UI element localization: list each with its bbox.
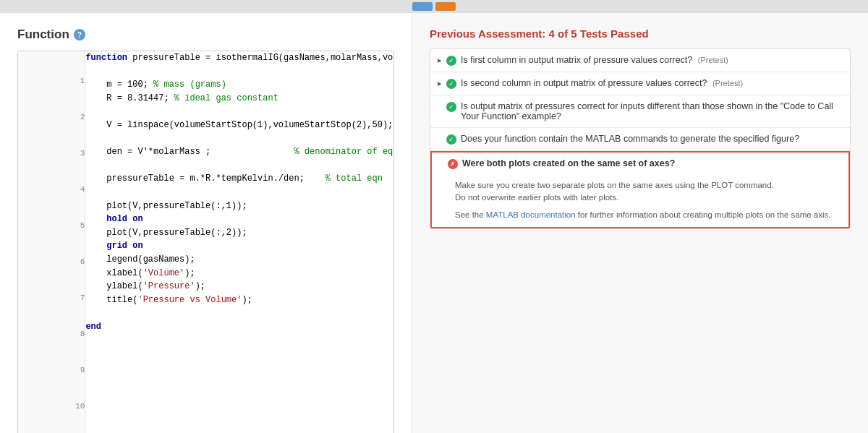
fail-detail-5: Make sure you create two separate plots … [432,175,848,227]
fail-detail-line-3: See the MATLAB documentation for further… [455,209,841,221]
test-text-5: Were both plots created on the same set … [462,158,841,168]
chevron-icon-1[interactable]: ▸ [438,56,442,65]
fail-detail-line-1: Make sure you create two separate plots … [455,179,841,192]
function-help-icon[interactable]: ? [74,29,85,40]
left-panel: Function ? 1 2 3 4 5 6 7 8 [0,13,412,433]
test-item-5: ▸ ✗ Were both plots created on the same … [432,153,848,175]
status-pass-1: ✓ [446,56,456,66]
top-button-blue[interactable] [412,2,433,11]
test-item-4: ▸ ✓ Does your function contain the MATLA… [430,128,850,151]
test-list: ▸ ✓ Is first column in output matrix of … [430,48,851,229]
status-pass-2: ✓ [446,79,456,89]
function-title: Function [17,27,69,42]
test-text-2: Is second column in output matrix of pre… [461,78,843,88]
top-button-orange[interactable] [435,2,456,11]
assessment-header: Previous Assessment: 4 of 5 Tests Passed [430,27,851,40]
function-code-block: 1 2 3 4 5 6 7 8 9 10 11 12 13 [17,51,394,433]
test-item-3: ▸ ✓ Is output matrix of pressures correc… [430,95,850,128]
function-code-content: function pressureTable = isothermalIG(ga… [85,51,394,433]
right-panel: Previous Assessment: 4 of 5 Tests Passed… [412,13,868,433]
status-pass-3: ✓ [446,102,456,112]
function-line-numbers: 1 2 3 4 5 6 7 8 9 10 11 12 13 [18,51,85,433]
test-item-1: ▸ ✓ Is first column in output matrix of … [430,49,850,72]
chevron-icon-2[interactable]: ▸ [438,79,442,88]
matlab-docs-link[interactable]: MATLAB documentation [486,210,576,219]
test-text-3: Is output matrix of pressures correct fo… [461,101,843,121]
function-section-header: Function ? [17,27,394,42]
test-item-2: ▸ ✓ Is second column in output matrix of… [430,72,850,95]
status-pass-4: ✓ [446,134,456,145]
test-text-4: Does your function contain the MATLAB co… [461,134,843,144]
status-fail-5: ✗ [448,159,458,169]
test-text-1: Is first column in output matrix of pres… [461,55,843,65]
test-item-5-container: ▸ ✗ Were both plots created on the same … [430,151,850,228]
fail-detail-line-2: Do not overwrite earlier plots with late… [455,192,841,204]
